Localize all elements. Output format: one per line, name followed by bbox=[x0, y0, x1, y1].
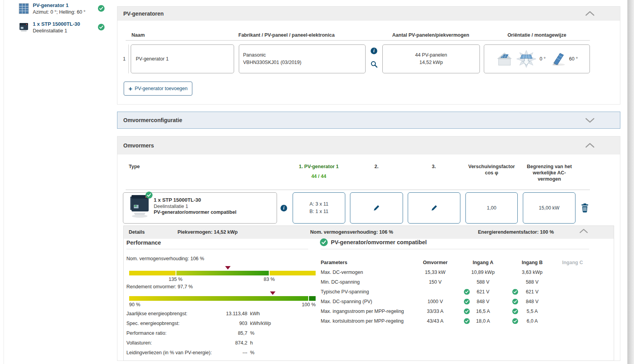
azimuth-compass-icon bbox=[517, 50, 536, 67]
details-energy-factor: Energierendementsfactor: 100 % bbox=[478, 229, 554, 235]
parameters-header-row: Parameters Omvormer Ingang A Ingang B In… bbox=[321, 257, 589, 267]
module-search-icon[interactable] bbox=[370, 60, 378, 68]
tilt-value: 60 ° bbox=[569, 56, 578, 62]
stat-label: Vollasturen: bbox=[126, 340, 152, 346]
compatible-check-icon bbox=[320, 238, 328, 246]
parameter-row: Min. DC-spanning 150 V 588 V 588 V bbox=[321, 277, 589, 287]
orientation-box[interactable]: 0 ° 60 ° bbox=[484, 44, 590, 73]
delete-inverter-trash-icon[interactable] bbox=[581, 203, 589, 213]
column-header-cosphi-line1: Verschuivingsfactor bbox=[462, 164, 521, 169]
collapse-chevron-up-icon[interactable] bbox=[579, 229, 588, 233]
stat-value: 85,7 bbox=[212, 330, 247, 336]
status-check-icon bbox=[98, 24, 105, 30]
details-label: Details bbox=[129, 229, 145, 235]
column-header-ac-limit-line2: werkelijke AC- bbox=[520, 170, 579, 176]
column-header-2: 2. bbox=[357, 164, 396, 169]
module-info-icon[interactable]: i bbox=[371, 48, 377, 54]
inverter-icon bbox=[18, 21, 30, 33]
azimuth-value: 0 ° bbox=[540, 56, 545, 62]
gauge-mark-135: 135 % bbox=[160, 277, 191, 282]
stat-label: Performance ratio: bbox=[126, 330, 167, 336]
stat-value: 903 bbox=[212, 321, 247, 326]
inverter-name: 1 x STP 15000TL-30 bbox=[154, 197, 201, 203]
app-screen: PV-generator 1 Azimut: 0 °; Helling: 60 … bbox=[0, 0, 634, 364]
edit-generator2-box[interactable] bbox=[350, 192, 403, 224]
param-label: Min. DC-spanning bbox=[321, 279, 413, 285]
stat-label: Spec. energieopbrengst: bbox=[126, 321, 179, 326]
pv-generators-title: PV-generatoren bbox=[123, 11, 163, 17]
col-input-a: Ingang A bbox=[458, 260, 508, 265]
add-generator-label: PV-generator toevoegen bbox=[135, 86, 188, 91]
parameter-row: Max. ingangsstroom per MPP-regeling 33/3… bbox=[321, 306, 589, 316]
gauge-mark-83: 83 % bbox=[254, 277, 285, 282]
inverter-type-box[interactable]: 1 x STP 15000TL-30 Deelinstallatie 1 PV-… bbox=[123, 192, 277, 224]
param-inverter-value: 150 V bbox=[413, 279, 458, 285]
nom-ratio-marker-row bbox=[129, 266, 316, 270]
ok-check-icon bbox=[464, 308, 470, 314]
nom-ratio-gauge bbox=[129, 271, 316, 275]
nom-ratio-label: Nom. vermogensverhouding: 106 % bbox=[126, 256, 204, 261]
module-select-box[interactable]: Panasonic VBHN330SKJ01 (03/2019) bbox=[239, 44, 366, 73]
ac-limit-value: 15,00 kW bbox=[539, 205, 559, 211]
sidebar-item-subtitle: Deelinstallatie 1 bbox=[33, 28, 67, 34]
ok-check-icon bbox=[464, 289, 470, 295]
param-input-a-value: 16,5 A bbox=[476, 309, 490, 314]
param-input-a-value: 848 V bbox=[477, 299, 490, 304]
string-config-box[interactable]: A: 3 x 11 B: 1 x 11 bbox=[293, 192, 345, 224]
generator-name-input[interactable]: PV-generator 1 bbox=[131, 44, 234, 73]
collapse-chevron-up-icon[interactable] bbox=[585, 143, 595, 148]
param-input-a-value: 621 V bbox=[477, 289, 490, 295]
edit-generator3-box[interactable] bbox=[408, 192, 460, 224]
param-label: Max. ingangsstroom per MPP-regeling bbox=[321, 309, 413, 314]
efficiency-marker-row bbox=[129, 291, 316, 295]
inverter-config-bar[interactable]: Omvormerconfiguratie bbox=[117, 112, 620, 129]
efficiency-marker bbox=[270, 291, 275, 295]
param-label: Max. DC-vermogen bbox=[321, 270, 413, 275]
sidebar-item-pv-generator[interactable]: PV-generator 1 Azimut: 0 °; Helling: 60 … bbox=[18, 2, 108, 18]
status-check-icon bbox=[98, 5, 105, 12]
col-inverter: Omvormer bbox=[413, 260, 458, 265]
parameter-row: Typische PV-spanning 621 V 621 V bbox=[321, 287, 589, 297]
inverter-info-icon[interactable]: i bbox=[281, 205, 287, 211]
details-peak-power: Piekvermogen: 14,52 kWp bbox=[178, 229, 238, 235]
gauge-mark-90: 90 % bbox=[129, 302, 140, 307]
pencil-icon bbox=[373, 204, 380, 211]
nom-ratio-marker bbox=[225, 266, 231, 270]
stat-label: Leidingverliezen (in % van PV-energie): bbox=[126, 350, 212, 355]
compatibility-rule bbox=[321, 249, 589, 249]
parameter-row: Max. kortsluitstroom per MPP-regeling 43… bbox=[321, 316, 589, 326]
stat-value: 874,2 bbox=[212, 340, 247, 346]
inverter-config-title: Omvormerconfiguratie bbox=[123, 117, 182, 123]
expand-chevron-down-icon[interactable] bbox=[585, 118, 595, 123]
cos-phi-value: 1,00 bbox=[487, 205, 496, 211]
ok-check-icon bbox=[464, 298, 470, 304]
parameter-row: Max. DC-spanning (PV) 1000 V 848 V 848 V bbox=[321, 297, 589, 306]
column-header-orientation: Oriëntatie / montagewijze bbox=[488, 32, 586, 38]
efficiency-gauge bbox=[129, 296, 316, 301]
ac-limit-box[interactable]: 15,00 kW bbox=[523, 192, 575, 224]
pencil-icon bbox=[431, 204, 438, 211]
gauge-yellow-left bbox=[129, 271, 176, 275]
peak-power: 14,52 kWp bbox=[383, 59, 479, 66]
add-generator-button[interactable]: + PV-generator toevoegen bbox=[124, 82, 192, 96]
sidebar-item-title: PV-generator 1 bbox=[33, 2, 69, 8]
panel-count-box[interactable]: 44 PV-panelen 14,52 kWp bbox=[382, 44, 480, 73]
collapse-chevron-up-icon[interactable] bbox=[585, 11, 595, 16]
sidebar-item-subtitle: Azimut: 0 °; Helling: 60 ° bbox=[33, 9, 85, 15]
column-header-cosphi-line2: cos φ bbox=[462, 170, 521, 176]
cos-phi-box[interactable]: 1,00 bbox=[465, 192, 518, 224]
param-input-b-value: 848 V bbox=[526, 299, 539, 304]
param-input-b-value: 621 V bbox=[526, 289, 539, 295]
sidebar-item-title: 1 x STP 15000TL-30 bbox=[33, 21, 80, 27]
module-type: VBHN330SKJ01 (03/2019) bbox=[243, 59, 365, 66]
stat-unit: kWh/kWp bbox=[250, 321, 271, 326]
sidebar-item-inverter[interactable]: 1 x STP 15000TL-30 Deelinstallatie 1 bbox=[18, 21, 108, 37]
sidebar-divider bbox=[4, 0, 4, 364]
param-input-b-value: 588 V bbox=[526, 279, 539, 285]
param-input-a-value: 10,89 kWp bbox=[471, 270, 495, 275]
header-rule bbox=[126, 40, 590, 41]
stat-label: Jaarlijkse energieopbrengst: bbox=[126, 311, 187, 316]
scrollbar-track[interactable] bbox=[627, 0, 634, 364]
column-header-generator1: 1. PV-generator 1 bbox=[280, 164, 358, 169]
ok-check-icon bbox=[512, 289, 518, 295]
